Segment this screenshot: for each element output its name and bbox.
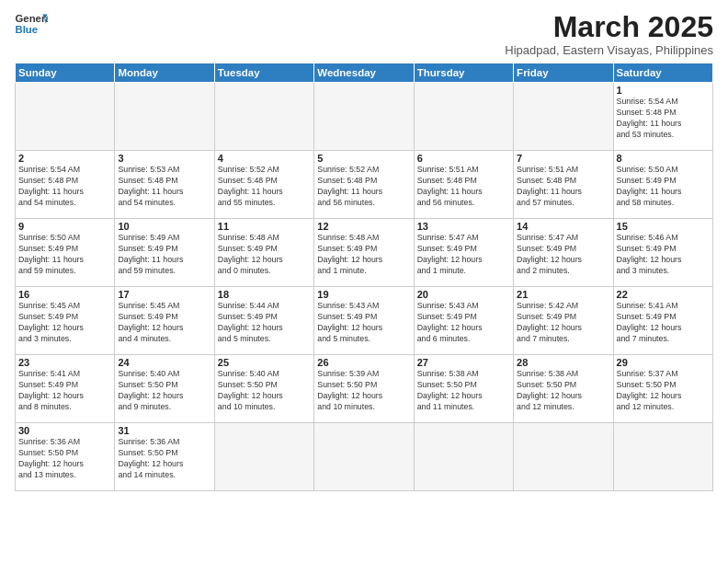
day-number: 11	[218, 221, 311, 232]
day-number: 6	[417, 153, 510, 164]
calendar-cell	[414, 83, 513, 151]
title-block: March 2025 Hipadpad, Eastern Visayas, Ph…	[505, 11, 713, 57]
calendar-header-wednesday: Wednesday	[314, 63, 414, 83]
calendar-cell: 16Sunrise: 5:45 AM Sunset: 5:49 PM Dayli…	[16, 287, 115, 355]
calendar-cell: 25Sunrise: 5:40 AM Sunset: 5:50 PM Dayli…	[214, 355, 313, 423]
day-info: Sunrise: 5:50 AM Sunset: 5:49 PM Dayligh…	[617, 165, 710, 209]
day-info: Sunrise: 5:51 AM Sunset: 5:48 PM Dayligh…	[417, 165, 510, 209]
calendar-header-monday: Monday	[115, 63, 214, 83]
day-info: Sunrise: 5:39 AM Sunset: 5:50 PM Dayligh…	[317, 369, 410, 413]
day-number: 12	[317, 221, 410, 232]
day-info: Sunrise: 5:48 AM Sunset: 5:49 PM Dayligh…	[317, 233, 410, 277]
calendar-week-2: 9Sunrise: 5:50 AM Sunset: 5:49 PM Daylig…	[16, 219, 713, 287]
calendar-cell: 5Sunrise: 5:52 AM Sunset: 5:48 PM Daylig…	[314, 151, 414, 219]
calendar-cell: 21Sunrise: 5:42 AM Sunset: 5:49 PM Dayli…	[514, 287, 613, 355]
calendar-cell: 9Sunrise: 5:50 AM Sunset: 5:49 PM Daylig…	[16, 219, 115, 287]
calendar-cell: 4Sunrise: 5:52 AM Sunset: 5:48 PM Daylig…	[214, 151, 313, 219]
month-title: March 2025	[505, 11, 713, 43]
day-number: 31	[118, 425, 210, 436]
day-number: 23	[18, 357, 111, 368]
day-info: Sunrise: 5:38 AM Sunset: 5:50 PM Dayligh…	[517, 369, 609, 413]
day-number: 28	[517, 357, 609, 368]
day-number: 1	[617, 85, 710, 96]
day-info: Sunrise: 5:51 AM Sunset: 5:48 PM Dayligh…	[517, 165, 609, 209]
calendar-page: General Blue March 2025 Hipadpad, Easter…	[0, 0, 728, 563]
day-info: Sunrise: 5:42 AM Sunset: 5:49 PM Dayligh…	[517, 301, 609, 345]
calendar-week-3: 16Sunrise: 5:45 AM Sunset: 5:49 PM Dayli…	[16, 287, 713, 355]
day-info: Sunrise: 5:36 AM Sunset: 5:50 PM Dayligh…	[118, 437, 210, 481]
calendar-cell: 27Sunrise: 5:38 AM Sunset: 5:50 PM Dayli…	[414, 355, 513, 423]
calendar-cell: 24Sunrise: 5:40 AM Sunset: 5:50 PM Dayli…	[115, 355, 214, 423]
day-info: Sunrise: 5:41 AM Sunset: 5:49 PM Dayligh…	[18, 369, 111, 413]
day-info: Sunrise: 5:54 AM Sunset: 5:48 PM Dayligh…	[617, 97, 710, 141]
calendar-cell: 31Sunrise: 5:36 AM Sunset: 5:50 PM Dayli…	[115, 423, 214, 491]
day-number: 2	[18, 153, 111, 164]
day-info: Sunrise: 5:48 AM Sunset: 5:49 PM Dayligh…	[218, 233, 311, 277]
day-info: Sunrise: 5:44 AM Sunset: 5:49 PM Dayligh…	[218, 301, 311, 345]
calendar-week-0: 1Sunrise: 5:54 AM Sunset: 5:48 PM Daylig…	[16, 83, 713, 151]
day-info: Sunrise: 5:43 AM Sunset: 5:49 PM Dayligh…	[317, 301, 410, 345]
calendar-header-sunday: Sunday	[16, 63, 115, 83]
calendar-cell: 3Sunrise: 5:53 AM Sunset: 5:48 PM Daylig…	[115, 151, 214, 219]
calendar-cell: 15Sunrise: 5:46 AM Sunset: 5:49 PM Dayli…	[613, 219, 712, 287]
day-number: 14	[517, 221, 609, 232]
calendar-header-saturday: Saturday	[613, 63, 712, 83]
day-info: Sunrise: 5:47 AM Sunset: 5:49 PM Dayligh…	[417, 233, 510, 277]
calendar-week-1: 2Sunrise: 5:54 AM Sunset: 5:48 PM Daylig…	[16, 151, 713, 219]
calendar-cell: 30Sunrise: 5:36 AM Sunset: 5:50 PM Dayli…	[16, 423, 115, 491]
calendar-cell: 17Sunrise: 5:45 AM Sunset: 5:49 PM Dayli…	[115, 287, 214, 355]
calendar-week-5: 30Sunrise: 5:36 AM Sunset: 5:50 PM Dayli…	[16, 423, 713, 491]
calendar-cell: 28Sunrise: 5:38 AM Sunset: 5:50 PM Dayli…	[514, 355, 613, 423]
day-number: 3	[118, 153, 210, 164]
calendar-cell: 12Sunrise: 5:48 AM Sunset: 5:49 PM Dayli…	[314, 219, 414, 287]
calendar-cell: 6Sunrise: 5:51 AM Sunset: 5:48 PM Daylig…	[414, 151, 513, 219]
calendar-cell: 1Sunrise: 5:54 AM Sunset: 5:48 PM Daylig…	[613, 83, 712, 151]
day-number: 16	[18, 289, 111, 300]
day-info: Sunrise: 5:41 AM Sunset: 5:49 PM Dayligh…	[617, 301, 710, 345]
day-info: Sunrise: 5:47 AM Sunset: 5:49 PM Dayligh…	[517, 233, 609, 277]
day-number: 19	[317, 289, 410, 300]
day-number: 21	[517, 289, 609, 300]
day-number: 24	[118, 357, 210, 368]
day-number: 30	[18, 425, 111, 436]
calendar-week-4: 23Sunrise: 5:41 AM Sunset: 5:49 PM Dayli…	[16, 355, 713, 423]
header: General Blue March 2025 Hipadpad, Easter…	[15, 11, 713, 57]
calendar-cell: 20Sunrise: 5:43 AM Sunset: 5:49 PM Dayli…	[414, 287, 513, 355]
day-info: Sunrise: 5:52 AM Sunset: 5:48 PM Dayligh…	[218, 165, 311, 209]
day-info: Sunrise: 5:37 AM Sunset: 5:50 PM Dayligh…	[617, 369, 710, 413]
day-info: Sunrise: 5:53 AM Sunset: 5:48 PM Dayligh…	[118, 165, 210, 209]
day-number: 15	[617, 221, 710, 232]
calendar-cell	[514, 83, 613, 151]
day-info: Sunrise: 5:46 AM Sunset: 5:49 PM Dayligh…	[617, 233, 710, 277]
day-number: 4	[218, 153, 311, 164]
calendar-cell	[115, 83, 214, 151]
day-number: 18	[218, 289, 311, 300]
day-info: Sunrise: 5:40 AM Sunset: 5:50 PM Dayligh…	[218, 369, 311, 413]
day-number: 9	[18, 221, 111, 232]
calendar-header-row: SundayMondayTuesdayWednesdayThursdayFrid…	[16, 63, 713, 83]
calendar-cell	[314, 83, 414, 151]
calendar-cell: 10Sunrise: 5:49 AM Sunset: 5:49 PM Dayli…	[115, 219, 214, 287]
subtitle: Hipadpad, Eastern Visayas, Philippines	[505, 43, 713, 57]
calendar-cell: 2Sunrise: 5:54 AM Sunset: 5:48 PM Daylig…	[16, 151, 115, 219]
day-number: 22	[617, 289, 710, 300]
calendar-cell: 18Sunrise: 5:44 AM Sunset: 5:49 PM Dayli…	[214, 287, 313, 355]
calendar-cell	[514, 423, 613, 491]
day-number: 8	[617, 153, 710, 164]
day-number: 27	[417, 357, 510, 368]
svg-text:Blue: Blue	[16, 24, 39, 35]
day-info: Sunrise: 5:36 AM Sunset: 5:50 PM Dayligh…	[18, 437, 111, 481]
calendar-cell: 7Sunrise: 5:51 AM Sunset: 5:48 PM Daylig…	[514, 151, 613, 219]
calendar-header-thursday: Thursday	[414, 63, 513, 83]
day-info: Sunrise: 5:54 AM Sunset: 5:48 PM Dayligh…	[18, 165, 111, 209]
day-info: Sunrise: 5:45 AM Sunset: 5:49 PM Dayligh…	[118, 301, 210, 345]
calendar-cell: 23Sunrise: 5:41 AM Sunset: 5:49 PM Dayli…	[16, 355, 115, 423]
day-info: Sunrise: 5:45 AM Sunset: 5:49 PM Dayligh…	[18, 301, 111, 345]
calendar-cell: 26Sunrise: 5:39 AM Sunset: 5:50 PM Dayli…	[314, 355, 414, 423]
calendar-cell: 22Sunrise: 5:41 AM Sunset: 5:49 PM Dayli…	[613, 287, 712, 355]
day-number: 13	[417, 221, 510, 232]
calendar-cell: 11Sunrise: 5:48 AM Sunset: 5:49 PM Dayli…	[214, 219, 313, 287]
calendar-cell: 14Sunrise: 5:47 AM Sunset: 5:49 PM Dayli…	[514, 219, 613, 287]
calendar-header-tuesday: Tuesday	[214, 63, 313, 83]
day-number: 20	[417, 289, 510, 300]
